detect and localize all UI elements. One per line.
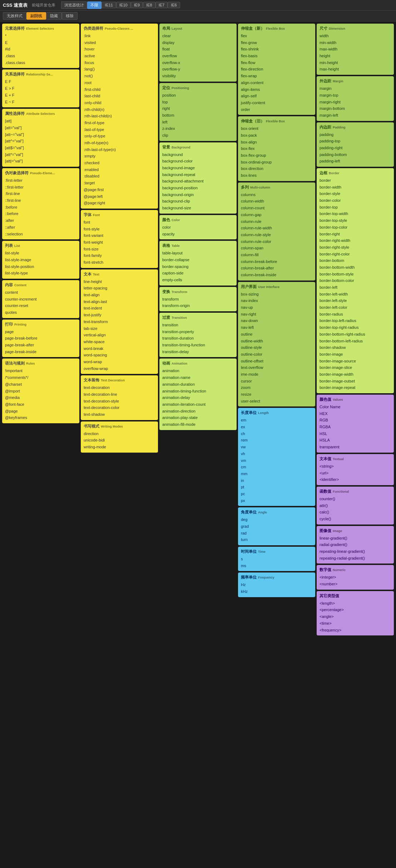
card-item-font_variant[interactable]: font-variant: [84, 232, 155, 239]
card-item-animation_direction[interactable]: animation-direction: [162, 408, 234, 415]
card-item-_nth_last_child_n_[interactable]: :nth-last-child(n): [84, 113, 155, 120]
card-item-_percentage_[interactable]: <percentage>: [320, 606, 391, 613]
card-item-column_rule_style[interactable]: column-rule-style: [241, 231, 312, 238]
card-item-text_decoration_style[interactable]: text-decoration-style: [84, 398, 155, 405]
card-item-border_right_color[interactable]: border-right-color: [320, 251, 391, 258]
card-item-overflow_wrap[interactable]: overflow-wrap: [84, 365, 155, 372]
card-item-align_self[interactable]: align-self: [241, 93, 312, 99]
card-item-outline_color[interactable]: outline-color: [241, 351, 312, 358]
card-item-text_decoration_line[interactable]: text-decoration-line: [84, 391, 155, 398]
card-item-E_F[interactable]: E F: [5, 78, 76, 85]
card-item-_att___val__[interactable]: [att*="val"]: [5, 151, 76, 158]
card-item-overflow[interactable]: overflow: [162, 53, 234, 59]
card-item-_important[interactable]: !important: [5, 367, 76, 374]
card-item-HSL[interactable]: HSL: [320, 430, 391, 437]
card-item-padding[interactable]: padding: [320, 131, 391, 138]
card-item-list_style_image[interactable]: list-style-image: [5, 257, 76, 263]
card-item-vh[interactable]: vh: [241, 450, 312, 457]
card-item-min_height[interactable]: min-height: [320, 59, 391, 66]
card-item-column_break_after[interactable]: column-break-after: [241, 265, 312, 272]
card-item-font_style[interactable]: font-style: [84, 226, 155, 233]
card-item-overflow_x[interactable]: overflow-x: [162, 59, 234, 66]
card-item-_charset[interactable]: @charset: [5, 381, 76, 388]
card-item-word_wrap[interactable]: word-wrap: [84, 359, 155, 365]
card-item-column_rule_color[interactable]: column-rule-color: [241, 238, 312, 245]
top-nav-btn-IE6[interactable]: IE6: [168, 2, 180, 8]
card-item-font_family[interactable]: font-family: [84, 252, 155, 259]
card-item-margin[interactable]: margin: [320, 85, 391, 92]
card-item-direction[interactable]: direction: [84, 430, 155, 437]
card-item-text_align[interactable]: text-align: [84, 292, 155, 298]
card-item-HEX[interactable]: HEX: [320, 410, 391, 417]
card-item-nav_left[interactable]: nav-left: [241, 324, 312, 331]
card-item-HSLA[interactable]: HSLA: [320, 437, 391, 444]
card-item-color[interactable]: color: [162, 224, 234, 231]
card-item-px[interactable]: px: [241, 497, 312, 504]
card-item-animation[interactable]: animation: [162, 367, 234, 374]
card-item-border_top_left_radius[interactable]: border-top-left-radius: [320, 317, 391, 324]
card-item-_number_[interactable]: <number>: [320, 581, 391, 587]
card-item-box_pack[interactable]: box-pack: [241, 132, 312, 139]
card-item-border_right[interactable]: border-right: [320, 231, 391, 238]
card-item-_[interactable]: *: [5, 33, 76, 39]
card-item-counter__[interactable]: counter(): [320, 496, 391, 502]
card-item-width[interactable]: width: [320, 33, 391, 39]
top-nav-btn-IE10[interactable]: IE10: [116, 2, 131, 8]
card-item-text_overflow[interactable]: text-overflow: [241, 364, 312, 371]
card-item-border_right_style[interactable]: border-right-style: [320, 244, 391, 251]
card-item-E___F[interactable]: E + F: [5, 92, 76, 99]
card-item-_last_child[interactable]: :last-child: [84, 93, 155, 99]
card-item-column_rule[interactable]: column-rule: [241, 218, 312, 225]
card-item-border_image_repeat[interactable]: border-image-repeat: [320, 384, 391, 391]
card-item-_string_[interactable]: <string>: [320, 463, 391, 470]
card-item-_att___val__[interactable]: [att$="val"]: [5, 145, 76, 151]
top-nav-btn-IE9[interactable]: IE9: [131, 2, 143, 8]
card-item-_att___val__[interactable]: [att^="val"]: [5, 138, 76, 145]
card-item-_only_child[interactable]: :only-child: [84, 99, 155, 106]
card-item-mm[interactable]: mm: [241, 470, 312, 477]
card-item-border_bottom_style[interactable]: border-bottom-style: [320, 271, 391, 278]
card-item-page[interactable]: page: [5, 328, 76, 335]
card-item-cm[interactable]: cm: [241, 464, 312, 470]
card-item-_class[interactable]: .class: [5, 53, 76, 59]
card-item-flex_flow[interactable]: flex-flow: [241, 59, 312, 66]
card-item-background_position[interactable]: background-position: [162, 185, 234, 191]
card-item-flex_shrink[interactable]: flex-shrink: [241, 46, 312, 53]
card-item-overflow_y[interactable]: overflow-y: [162, 66, 234, 73]
card-item-_enabled[interactable]: :enabled: [84, 166, 155, 173]
card-item-text_decoration_color[interactable]: text-decoration-color: [84, 404, 155, 411]
card-item-_before[interactable]: :before: [5, 204, 76, 211]
card-item-writing_mode[interactable]: writing-mode: [84, 444, 155, 450]
card-item-column_rule_width[interactable]: column-rule-width: [241, 225, 312, 231]
card-item-_lang__[interactable]: :lang(): [84, 66, 155, 73]
card-item-s[interactable]: s: [241, 556, 312, 562]
card-item-opacity[interactable]: opacity: [162, 231, 234, 238]
card-item-transition_delay[interactable]: transition-delay: [162, 348, 234, 355]
card-item-text_decoration[interactable]: text-decoration: [84, 384, 155, 391]
card-item-cycle__[interactable]: cycle(): [320, 516, 391, 522]
card-item-_not__[interactable]: :not(): [84, 73, 155, 79]
card-item-repeating_radial_gradient__[interactable]: repeating-radial-gradient(): [320, 555, 391, 562]
card-item-column_width[interactable]: column-width: [241, 198, 312, 205]
card-item-clip[interactable]: clip: [162, 132, 234, 139]
card-item-border_bottom_color[interactable]: border-bottom-color: [320, 277, 391, 284]
card-item-content[interactable]: content: [5, 289, 76, 296]
card-item-nav_index[interactable]: nav-index: [241, 297, 312, 304]
card-item-z_index[interactable]: z-index: [162, 125, 234, 132]
card-item-__first_line[interactable]: ::first-line: [5, 197, 76, 204]
card-item-line_height[interactable]: line-height: [84, 278, 155, 285]
card-item-border_left_style[interactable]: border-left-style: [320, 297, 391, 304]
card-item-left[interactable]: left: [162, 119, 234, 126]
card-item-text_justify[interactable]: text-justify: [84, 312, 155, 318]
card-item-list_style_position[interactable]: list-style-position: [5, 263, 76, 270]
card-item-_after[interactable]: :after: [5, 217, 76, 224]
card-item-turn[interactable]: turn: [241, 536, 312, 543]
card-item-font[interactable]: font: [84, 219, 155, 226]
card-item-word_break[interactable]: word-break: [84, 345, 155, 352]
card-item-border_color[interactable]: border-color: [320, 197, 391, 204]
card-item-_frequency_[interactable]: <frequency>: [320, 627, 391, 634]
card-item-pt[interactable]: pt: [241, 484, 312, 491]
card-item-kHz[interactable]: kHz: [241, 588, 312, 595]
card-item-flex_direction[interactable]: flex-direction: [241, 66, 312, 73]
card-item-order[interactable]: order: [241, 106, 312, 113]
